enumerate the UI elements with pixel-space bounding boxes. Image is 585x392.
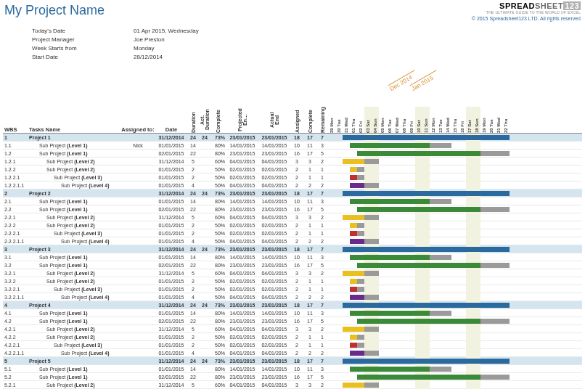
gantt-bar [343, 271, 364, 276]
day-header: 21 Wed [495, 107, 502, 133]
task-row[interactable]: 4.2Sub Project (Level 1)02/01/20152280%2… [3, 317, 582, 325]
cell-date: 01/01/2015 [155, 143, 187, 148]
cell-wbs: 3.2.2.1.1 [3, 295, 29, 300]
task-row[interactable]: 5.1Sub Project (Level 1)01/01/20151480%1… [3, 365, 582, 373]
task-row[interactable]: 1.2Sub Project (Level 1)02/01/20152280%2… [3, 150, 582, 158]
meta-value[interactable]: 01 Apr 2015, Wednesday [134, 28, 199, 34]
cell-complete-count: 17 [303, 207, 316, 212]
task-row[interactable]: 1.2.1Sub Project (Level 2)31/12/2014560%… [3, 158, 582, 166]
cell-date: 31/12/2014 [155, 359, 187, 364]
cell-date: 01/01/2015 [155, 223, 187, 228]
cell-wbs: 1.2.2.1.1 [3, 183, 29, 188]
gantt-bar [480, 263, 510, 268]
task-row[interactable]: 3.2.2Sub Project (Level 2)01/01/2015250%… [3, 277, 582, 285]
cell-complete-count: 11 [303, 255, 316, 260]
task-row[interactable]: 3.2.2.1Sub Project (Level 3)01/01/201525… [3, 285, 582, 293]
cell-date: 31/12/2014 [155, 327, 187, 332]
cell-complete-count: 3 [303, 159, 316, 164]
project-row[interactable]: 2Project 231/12/2014242473%23/01/201523/… [3, 189, 582, 197]
cell-duration: 14 [187, 311, 199, 316]
cell-projend: 14/01/2015 [226, 143, 258, 148]
gantt-cell [328, 317, 582, 325]
cell-assigned-count: 2 [290, 343, 303, 348]
gantt-bar [350, 343, 357, 348]
task-row[interactable]: 2.2.2.1Sub Project (Level 3)01/01/201525… [3, 229, 582, 237]
project-row[interactable]: 5Project 531/12/2014242473%23/01/201523/… [3, 357, 582, 365]
cell-projend: 23/01/2015 [226, 207, 258, 212]
gantt-bar [357, 279, 364, 284]
cell-remaining: 7 [316, 135, 328, 140]
cell-actdur: 24 [199, 135, 210, 140]
cell-actend: 14/01/2015 [258, 367, 290, 372]
project-row[interactable]: 3Project 331/12/2014242473%23/01/201523/… [3, 245, 582, 253]
gantt-bar [350, 231, 357, 236]
day-header: 16 Fri [459, 107, 466, 133]
project-row[interactable]: 1Project 131/12/2014242473%23/01/201523/… [3, 134, 582, 142]
day-header: 01 Thu [350, 107, 357, 133]
meta-value[interactable]: Joe Preston [134, 36, 165, 43]
cell-task: Sub Project (Level 2) [29, 279, 120, 284]
gantt-cell [328, 221, 582, 229]
task-row[interactable]: 2.2.1Sub Project (Level 2)31/12/2014560%… [3, 213, 582, 221]
cell-task: Sub Project (Level 2) [29, 335, 120, 340]
cell-complete: 50% [210, 295, 226, 300]
task-row[interactable]: 3.2Sub Project (Level 1)02/01/20152280%2… [3, 261, 582, 269]
cell-complete-count: 1 [303, 279, 316, 284]
task-row[interactable]: 3.1Sub Project (Level 1)01/01/20151480%1… [3, 253, 582, 261]
task-row[interactable]: 4.2.2.1Sub Project (Level 3)01/01/201525… [3, 341, 582, 349]
task-row[interactable]: 1.2.2.1.1Sub Project (Level 4)01/01/2015… [3, 181, 582, 189]
day-header: 18 Sun [473, 107, 480, 133]
meta-value[interactable]: 28/12/2014 [134, 54, 163, 60]
task-row[interactable]: 4.1Sub Project (Level 1)01/01/20151480%1… [3, 309, 582, 317]
gantt-bar [357, 375, 480, 380]
gantt-bar [350, 287, 357, 292]
task-row[interactable]: 5.2Sub Project (Level 1)02/01/20152280%2… [3, 373, 582, 381]
cell-complete-count: 2 [303, 295, 316, 300]
meta-label: Project Manager [32, 36, 134, 43]
task-row[interactable]: 5.2.1Sub Project (Level 2)31/12/2014560%… [3, 381, 582, 389]
gantt-cell [328, 325, 582, 333]
cell-assigned-count: 3 [290, 271, 303, 276]
gantt-cell [328, 253, 582, 261]
cell-date: 02/01/2015 [155, 375, 187, 380]
day-header: 12 Mon [430, 107, 437, 133]
cell-assigned-count: 3 [290, 159, 303, 164]
gantt-bar [350, 199, 430, 204]
gantt-bar [357, 175, 364, 180]
cell-duration: 4 [187, 295, 199, 300]
cell-remaining: 5 [316, 263, 328, 268]
cell-complete: 50% [210, 239, 226, 244]
task-row[interactable]: 2.2.2Sub Project (Level 2)01/01/2015250%… [3, 221, 582, 229]
task-row[interactable]: 1.2.2.1Sub Project (Level 3)01/01/201525… [3, 173, 582, 181]
cell-assigned-count: 16 [290, 151, 303, 156]
cell-projend: 04/01/2015 [226, 327, 258, 332]
gantt-bar [343, 383, 364, 388]
meta-value[interactable]: Monday [134, 45, 154, 52]
cell-duration: 2 [187, 167, 199, 172]
project-row[interactable]: 4Project 431/12/2014242473%23/01/201523/… [3, 301, 582, 309]
cell-complete-count: 2 [303, 183, 316, 188]
task-row[interactable]: 1.1Sub Project (Level 1)Nick01/01/201514… [3, 142, 582, 150]
task-row[interactable]: 4.2.2Sub Project (Level 2)01/01/2015250%… [3, 333, 582, 341]
gantt-cell [328, 357, 582, 365]
cell-projend: 04/01/2015 [226, 295, 258, 300]
gantt-bar [480, 151, 510, 156]
cell-task: Sub Project (Level 1) [29, 151, 120, 156]
task-row[interactable]: 2.2.2.1.1Sub Project (Level 4)01/01/2015… [3, 237, 582, 245]
cell-actend: 04/01/2015 [258, 351, 290, 356]
task-row[interactable]: 3.2.2.1.1Sub Project (Level 4)01/01/2015… [3, 293, 582, 301]
cell-task: Sub Project (Level 3) [29, 231, 120, 236]
task-row[interactable]: 2.2Sub Project (Level 1)02/01/20152280%2… [3, 205, 582, 213]
meta-label: Today's Date [32, 28, 134, 34]
task-row[interactable]: 1.2.2Sub Project (Level 2)01/01/2015250%… [3, 166, 582, 173]
task-row[interactable]: 2.1Sub Project (Level 1)01/01/20151480%1… [3, 197, 582, 205]
gantt-bar [343, 191, 510, 196]
gantt-bar [364, 271, 379, 276]
cell-projend: 04/01/2015 [226, 183, 258, 188]
task-row[interactable]: 4.2.1Sub Project (Level 2)31/12/2014560%… [3, 325, 582, 333]
task-row[interactable]: 4.2.2.1.1Sub Project (Level 4)01/01/2015… [3, 349, 582, 357]
task-row[interactable]: 3.2.1Sub Project (Level 2)31/12/2014560%… [3, 269, 582, 277]
gantt-cell [328, 189, 582, 197]
cell-remaining: 3 [316, 199, 328, 204]
cell-wbs: 2.2 [3, 207, 29, 212]
